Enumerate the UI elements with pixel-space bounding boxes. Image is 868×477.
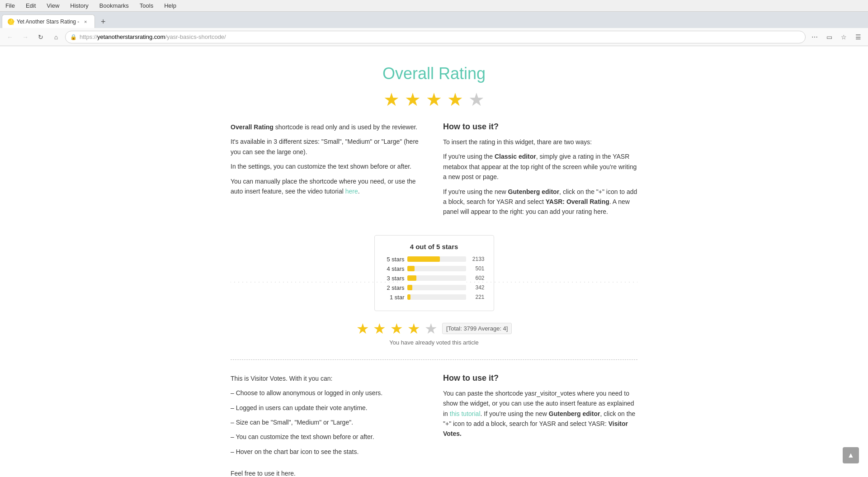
bar-fill bbox=[407, 256, 440, 262]
forward-button[interactable]: → bbox=[19, 31, 32, 43]
visitor-stars-area: ★ ★ ★ ★ ★ [Total: 3799 Average: 4] You h… bbox=[231, 320, 637, 346]
page-title: Overall Rating bbox=[231, 64, 637, 83]
rating-widget-container: 4 out of 5 stars 5 stars 2133 4 stars 50… bbox=[231, 235, 637, 311]
v-star-3: ★ bbox=[390, 321, 403, 337]
visitor-feature-3: – Size can be "Small", "Medium" or "Larg… bbox=[231, 417, 425, 427]
how-to-para-2: If you're using the Classic editor, simp… bbox=[443, 151, 637, 182]
v-star-5: ★ bbox=[425, 321, 438, 337]
visitor-feature-2: – Logged in users can update their vote … bbox=[231, 403, 425, 413]
bar-count: 501 bbox=[469, 265, 485, 272]
v-star-4: ★ bbox=[407, 321, 420, 337]
back-button[interactable]: ← bbox=[4, 31, 16, 43]
this-tutorial-link[interactable]: this tutorial bbox=[450, 410, 481, 417]
scroll-top-button[interactable]: ▲ bbox=[843, 447, 859, 463]
section-divider bbox=[231, 359, 637, 360]
menu-history[interactable]: History bbox=[68, 1, 90, 10]
tab-favicon-icon: ⭐ bbox=[8, 19, 14, 25]
menu-bar: File Edit View History Bookmarks Tools H… bbox=[0, 0, 868, 12]
visitor-stars-display[interactable]: ★ ★ ★ ★ ★ bbox=[356, 320, 438, 337]
rating-widget-area: 4 out of 5 stars 5 stars 2133 4 stars 50… bbox=[231, 235, 637, 311]
visitor-intro: This is Visitor Votes. With it you can: bbox=[231, 373, 425, 383]
visitor-how-to-1: You can paste the shortcode yasr_visitor… bbox=[443, 388, 637, 439]
how-to-para-3: If you're using the new Gutenberg editor… bbox=[443, 187, 637, 217]
home-button[interactable]: ⌂ bbox=[50, 31, 62, 43]
bar-label: 5 stars bbox=[384, 256, 405, 263]
visitor-how-text-2: . If you're using the new bbox=[481, 410, 549, 417]
url-protocol: https:// bbox=[80, 33, 97, 40]
page-content: Overall Rating ★ ★ ★ ★ ★ Overall Rating … bbox=[0, 46, 868, 477]
menu-tools[interactable]: Tools bbox=[138, 1, 155, 10]
lock-icon: 🔒 bbox=[70, 34, 77, 40]
visitor-feature-5: – Hover on the chart bar icon to see the… bbox=[231, 447, 425, 457]
visitor-feature-1: – Choose to allow anonymous or logged in… bbox=[231, 388, 425, 398]
desc-para-1: Overall Rating shortcode is read only an… bbox=[231, 122, 425, 132]
rating-widget: 4 out of 5 stars 5 stars 2133 4 stars 50… bbox=[374, 235, 494, 311]
star-4: ★ bbox=[447, 90, 463, 109]
visitor-total-info: [Total: 3799 Average: 4] bbox=[442, 323, 512, 334]
bar-label: 4 stars bbox=[384, 265, 405, 272]
visitor-feel-free: Feel free to use it here. bbox=[231, 468, 425, 477]
bar-track bbox=[407, 285, 466, 290]
bar-fill bbox=[407, 285, 413, 290]
visitor-feature-4: – You can customize the text shown befor… bbox=[231, 432, 425, 442]
url-bar[interactable]: 🔒 https://yetanotherstarsrating.com/yasr… bbox=[65, 31, 806, 43]
description-section: Overall Rating shortcode is read only an… bbox=[231, 122, 637, 222]
bar-track bbox=[407, 275, 466, 281]
how-to-title: How to use it? bbox=[443, 122, 637, 132]
tab-bar: ⭐ Yet Another Stars Rating - × + bbox=[0, 12, 868, 28]
reload-button[interactable]: ↻ bbox=[34, 31, 47, 43]
menu-icon[interactable]: ☰ bbox=[852, 31, 864, 43]
extensions-icon[interactable]: ⋯ bbox=[808, 31, 821, 43]
wave-divider-right bbox=[467, 279, 637, 286]
description-right: How to use it? To insert the rating in t… bbox=[443, 122, 637, 222]
star-3: ★ bbox=[426, 90, 442, 109]
rating-bar-row: 5 stars 2133 bbox=[384, 256, 485, 263]
v-star-2: ★ bbox=[373, 321, 386, 337]
bar-count: 221 bbox=[469, 294, 485, 300]
desc-para-2: It's available in 3 different sizes: "Sm… bbox=[231, 137, 425, 157]
bar-fill bbox=[407, 266, 415, 271]
desc-para-3: In the settings, you can customize the t… bbox=[231, 161, 425, 171]
visitor-stars-row: ★ ★ ★ ★ ★ [Total: 3799 Average: 4] bbox=[356, 320, 512, 337]
menu-edit[interactable]: Edit bbox=[24, 1, 38, 10]
visitor-left: This is Visitor Votes. With it you can: … bbox=[231, 373, 425, 477]
menu-view[interactable]: View bbox=[45, 1, 61, 10]
how-to-bold-3b: YASR: Overall Rating bbox=[546, 198, 609, 205]
how-to-text-2a: If you're using the bbox=[443, 153, 495, 160]
reader-icon[interactable]: ▭ bbox=[823, 31, 835, 43]
menu-file[interactable]: File bbox=[4, 1, 17, 10]
new-tab-button[interactable]: + bbox=[97, 15, 109, 28]
how-to-bold-2: Classic editor bbox=[495, 153, 536, 160]
wave-divider-left bbox=[231, 279, 401, 286]
url-text: https://yetanotherstarsrating.com/yasr-b… bbox=[80, 33, 226, 40]
content-wrapper: Overall Rating ★ ★ ★ ★ ★ Overall Rating … bbox=[231, 64, 637, 477]
bar-track bbox=[407, 294, 466, 300]
rating-bar-row: 4 stars 501 bbox=[384, 265, 485, 272]
widget-title: 4 out of 5 stars bbox=[384, 243, 485, 250]
visitor-bold-1: Gutenberg editor bbox=[549, 410, 600, 417]
how-to-para-1: To insert the rating in this widget, tha… bbox=[443, 137, 637, 147]
browser-tab[interactable]: ⭐ Yet Another Stars Rating - × bbox=[2, 14, 95, 28]
bar-label: 1 star bbox=[384, 294, 405, 301]
tab-title: Yet Another Stars Rating - bbox=[17, 19, 79, 25]
desc-text-4b: . bbox=[358, 188, 360, 195]
bar-track bbox=[407, 266, 466, 271]
bookmark-icon[interactable]: ☆ bbox=[837, 31, 850, 43]
menu-help[interactable]: Help bbox=[162, 1, 178, 10]
visitor-how-to-title: How to use it? bbox=[443, 373, 637, 383]
description-left: Overall Rating shortcode is read only an… bbox=[231, 122, 425, 222]
overall-stars: ★ ★ ★ ★ ★ bbox=[231, 90, 637, 109]
desc-bold-1: Overall Rating bbox=[231, 123, 274, 131]
how-to-text-3a: If you're using the new bbox=[443, 188, 508, 195]
how-to-bold-3: Gutenberg editor bbox=[508, 188, 560, 195]
bar-fill bbox=[407, 275, 417, 281]
url-domain: yetanotherstarsrating.com bbox=[97, 33, 165, 40]
star-5: ★ bbox=[468, 90, 485, 109]
bar-fill bbox=[407, 294, 411, 300]
tab-close-button[interactable]: × bbox=[82, 18, 89, 25]
address-bar: ← → ↻ ⌂ 🔒 https://yetanotherstarsrating.… bbox=[0, 28, 868, 46]
menu-bookmarks[interactable]: Bookmarks bbox=[98, 1, 131, 10]
here-link[interactable]: here bbox=[345, 188, 358, 195]
url-path: /yasr-basics-shortcode/ bbox=[165, 33, 226, 40]
bar-track bbox=[407, 256, 466, 262]
